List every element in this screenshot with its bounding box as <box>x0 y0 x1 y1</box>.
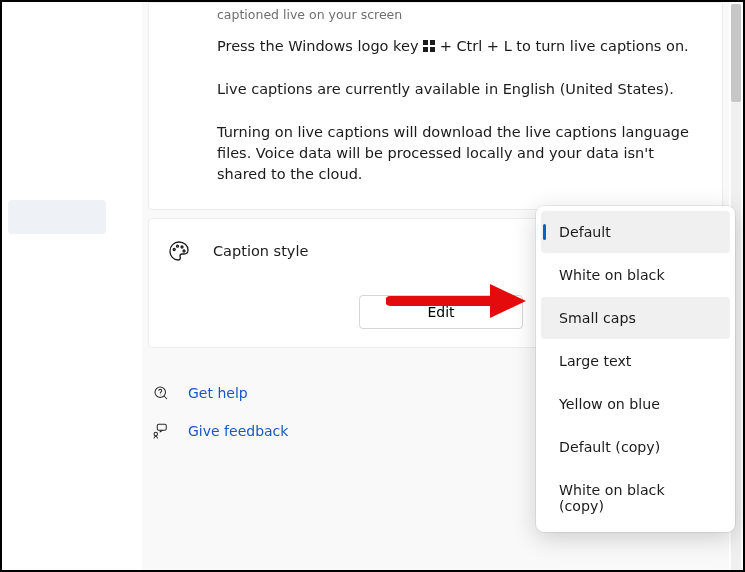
selection-indicator <box>543 224 546 240</box>
svg-point-5 <box>160 395 161 396</box>
scrollbar-thumb[interactable] <box>731 4 741 102</box>
help-icon <box>152 384 170 402</box>
svg-point-7 <box>154 432 157 435</box>
dropdown-item-small-caps[interactable]: Small caps <box>541 297 730 339</box>
svg-point-3 <box>183 250 185 252</box>
text: + Ctrl + L to turn live captions on. <box>440 38 689 54</box>
dropdown-item-label: Default <box>559 224 611 240</box>
dropdown-item-label: White on black (copy) <box>559 482 665 514</box>
info-paragraph-availability: Live captions are currently available in… <box>217 79 702 100</box>
windows-logo-icon <box>423 40 435 52</box>
dropdown-item-large-text[interactable]: Large text <box>541 340 730 382</box>
svg-point-1 <box>177 245 179 247</box>
dropdown-item-default[interactable]: Default <box>541 211 730 253</box>
dropdown-item-white-on-black[interactable]: White on black <box>541 254 730 296</box>
info-paragraph-shortcut: Press the Windows logo key + Ctrl + L to… <box>217 36 702 57</box>
edit-button[interactable]: Edit <box>359 295 523 329</box>
info-paragraph-download: Turning on live captions will download t… <box>217 122 702 185</box>
sidebar-selected-item[interactable] <box>8 200 106 234</box>
dropdown-item-yellow-on-blue[interactable]: Yellow on blue <box>541 383 730 425</box>
live-captions-info-card: captioned live on your screen Press the … <box>148 2 723 210</box>
svg-point-0 <box>173 249 175 251</box>
give-feedback-text: Give feedback <box>188 423 288 439</box>
caption-style-dropdown[interactable]: Default White on black Small caps Large … <box>536 206 735 532</box>
dropdown-item-label: Default (copy) <box>559 439 660 455</box>
get-help-text: Get help <box>188 385 248 401</box>
sidebar <box>2 2 142 570</box>
caption-style-label: Caption style <box>213 243 308 259</box>
dropdown-item-label: Small caps <box>559 310 636 326</box>
dropdown-item-label: White on black <box>559 267 665 283</box>
svg-rect-6 <box>157 424 166 430</box>
feedback-icon <box>152 422 170 440</box>
palette-icon <box>167 239 191 263</box>
text: Press the Windows logo key <box>217 38 423 54</box>
svg-point-2 <box>181 246 183 248</box>
info-subtitle: captioned live on your screen <box>217 3 702 36</box>
dropdown-item-label: Yellow on blue <box>559 396 660 412</box>
dropdown-item-white-on-black-copy[interactable]: White on black (copy) <box>541 469 730 527</box>
dropdown-item-default-copy[interactable]: Default (copy) <box>541 426 730 468</box>
dropdown-item-label: Large text <box>559 353 631 369</box>
